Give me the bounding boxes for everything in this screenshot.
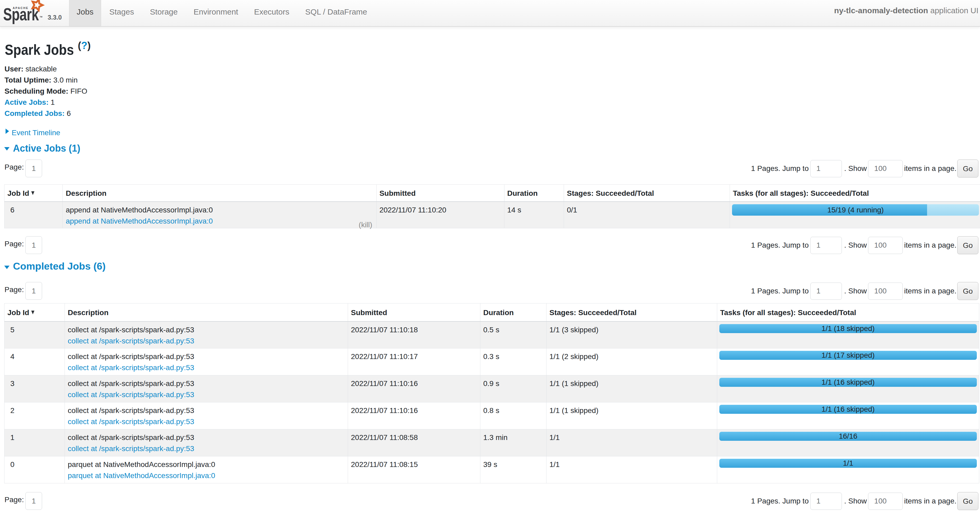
svg-text:TM: TM (40, 16, 42, 18)
